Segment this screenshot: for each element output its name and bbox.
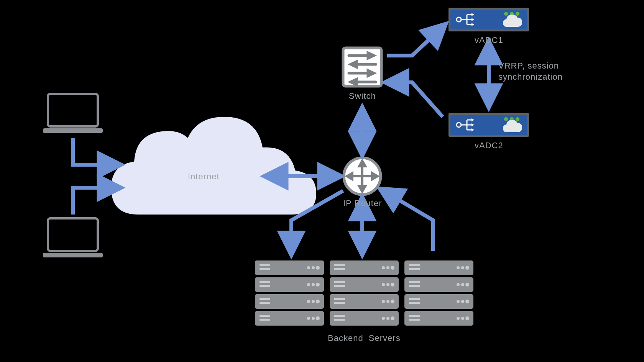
- svg-point-113: [461, 300, 464, 303]
- svg-point-103: [461, 266, 464, 269]
- svg-point-45: [504, 117, 508, 121]
- svg-rect-68: [260, 319, 270, 321]
- svg-rect-87: [334, 302, 345, 304]
- internet-cloud-icon: [111, 117, 316, 215]
- svg-rect-67: [260, 315, 270, 317]
- svg-point-102: [457, 266, 460, 269]
- svg-rect-76: [334, 264, 345, 266]
- svg-point-78: [382, 266, 385, 269]
- internet-label: Internet: [188, 172, 220, 182]
- svg-point-60: [312, 283, 315, 286]
- svg-point-80: [391, 266, 394, 270]
- svg-point-109: [465, 283, 469, 287]
- svg-rect-100: [409, 264, 420, 266]
- svg-rect-81: [334, 281, 345, 283]
- svg-point-85: [391, 283, 394, 287]
- svg-rect-111: [409, 302, 420, 304]
- svg-rect-116: [409, 319, 420, 321]
- svg-rect-3: [43, 253, 103, 257]
- svg-point-89: [386, 300, 389, 303]
- svg-point-66: [316, 300, 320, 303]
- svg-rect-0: [48, 94, 98, 126]
- svg-point-84: [386, 283, 389, 286]
- svg-rect-62: [260, 298, 270, 300]
- vadc1-label: vADC1: [475, 35, 503, 45]
- svg-rect-2: [48, 218, 98, 251]
- ip-router-label: IP Router: [343, 198, 382, 208]
- arrow-vadc2-to-switch: [389, 82, 443, 117]
- svg-point-33: [516, 12, 519, 16]
- svg-rect-110: [409, 298, 420, 300]
- svg-point-31: [504, 12, 508, 16]
- svg-point-107: [457, 283, 460, 286]
- svg-marker-17: [368, 70, 374, 76]
- svg-point-83: [382, 283, 385, 286]
- laptop-icon-bottom: [43, 218, 103, 257]
- svg-rect-57: [260, 281, 270, 283]
- svg-point-65: [312, 300, 315, 303]
- svg-point-59: [307, 283, 310, 286]
- laptop-icon-top: [43, 94, 103, 133]
- svg-rect-77: [334, 268, 345, 270]
- svg-rect-91: [334, 315, 345, 317]
- svg-rect-63: [260, 302, 270, 304]
- svg-rect-58: [260, 285, 270, 287]
- svg-point-69: [307, 317, 310, 320]
- arrow-backend-right-to-router: [383, 191, 433, 251]
- backend-servers-label: Backend Servers: [328, 333, 401, 343]
- svg-point-71: [316, 316, 320, 320]
- svg-marker-15: [351, 62, 356, 67]
- backend-servers-icon: [255, 260, 473, 326]
- svg-point-95: [391, 316, 394, 320]
- svg-rect-101: [409, 268, 420, 270]
- vrrp-label: VRRP, session synchronization: [498, 61, 563, 82]
- svg-point-70: [312, 317, 315, 320]
- diagram-stage: Internet IP Router Switch vADC1 vADC2 VR…: [0, 0, 644, 362]
- svg-point-64: [307, 300, 310, 303]
- svg-point-108: [461, 283, 464, 286]
- arrow-laptop2-to-cloud: [73, 188, 117, 215]
- svg-rect-92: [334, 319, 345, 321]
- svg-point-93: [382, 317, 385, 320]
- svg-rect-1: [43, 128, 103, 133]
- svg-rect-52: [260, 264, 270, 266]
- diagram-svg: [0, 0, 644, 362]
- svg-point-94: [386, 317, 389, 320]
- vadc2-icon: [449, 113, 529, 137]
- switch-icon: [343, 48, 381, 86]
- vadc2-label: vADC2: [475, 141, 503, 151]
- svg-point-114: [465, 300, 469, 303]
- svg-marker-19: [351, 79, 356, 85]
- svg-point-79: [386, 266, 389, 269]
- vadc1-icon: [449, 8, 529, 31]
- arrow-switch-to-vadc1: [387, 27, 443, 56]
- svg-point-118: [461, 317, 464, 320]
- svg-rect-11: [343, 48, 381, 86]
- svg-rect-53: [260, 268, 270, 270]
- svg-point-117: [457, 317, 460, 320]
- switch-label: Switch: [349, 91, 376, 101]
- svg-point-88: [382, 300, 385, 303]
- svg-marker-13: [368, 53, 374, 58]
- svg-point-47: [516, 117, 519, 121]
- ip-router-icon: [344, 158, 381, 195]
- svg-point-104: [465, 266, 469, 270]
- svg-point-55: [312, 266, 315, 269]
- svg-rect-82: [334, 285, 345, 287]
- svg-point-54: [307, 266, 310, 269]
- svg-point-56: [316, 266, 320, 270]
- svg-rect-106: [409, 285, 420, 287]
- svg-rect-115: [409, 315, 420, 317]
- svg-rect-105: [409, 281, 420, 283]
- svg-point-61: [316, 283, 320, 287]
- svg-rect-86: [334, 298, 345, 300]
- arrow-laptop1-to-cloud: [73, 138, 117, 165]
- svg-point-90: [391, 300, 394, 303]
- svg-point-112: [457, 300, 460, 303]
- svg-point-119: [465, 316, 469, 320]
